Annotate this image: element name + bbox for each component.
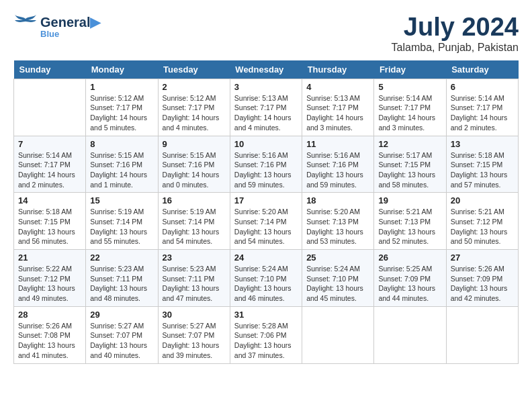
day-info: Sunrise: 5:12 AMSunset: 7:17 PMDaylight:… [90, 93, 153, 133]
day-info: Sunrise: 5:14 AMSunset: 7:17 PMDaylight:… [378, 93, 441, 133]
calendar-cell: 2Sunrise: 5:12 AMSunset: 7:17 PMDaylight… [158, 79, 230, 136]
calendar-cell: 7Sunrise: 5:14 AMSunset: 7:17 PMDaylight… [14, 136, 86, 193]
day-number: 4 [306, 82, 369, 92]
day-number: 5 [378, 82, 441, 92]
day-number: 25 [306, 253, 369, 263]
calendar-cell: 15Sunrise: 5:19 AMSunset: 7:14 PMDayligh… [86, 193, 158, 250]
calendar-cell: 19Sunrise: 5:21 AMSunset: 7:13 PMDayligh… [374, 193, 446, 250]
day-number: 13 [451, 139, 514, 149]
day-info: Sunrise: 5:26 AMSunset: 7:09 PMDaylight:… [451, 264, 514, 304]
day-number: 8 [90, 139, 153, 149]
calendar-cell: 8Sunrise: 5:15 AMSunset: 7:16 PMDaylight… [86, 136, 158, 193]
calendar-cell: 29Sunrise: 5:27 AMSunset: 7:07 PMDayligh… [86, 306, 158, 363]
day-number: 11 [306, 139, 369, 149]
day-info: Sunrise: 5:13 AMSunset: 7:17 PMDaylight:… [234, 93, 298, 133]
calendar-cell: 16Sunrise: 5:19 AMSunset: 7:14 PMDayligh… [158, 193, 230, 250]
day-info: Sunrise: 5:14 AMSunset: 7:17 PMDaylight:… [451, 93, 514, 133]
day-number: 3 [234, 82, 298, 92]
calendar-cell [14, 79, 86, 136]
day-info: Sunrise: 5:17 AMSunset: 7:15 PMDaylight:… [378, 150, 441, 190]
calendar-cell: 13Sunrise: 5:18 AMSunset: 7:15 PMDayligh… [446, 136, 518, 193]
day-number: 7 [18, 139, 81, 149]
day-number: 19 [378, 195, 441, 205]
column-header-saturday: Saturday [446, 60, 518, 79]
day-number: 20 [451, 195, 514, 205]
day-info: Sunrise: 5:19 AMSunset: 7:14 PMDaylight:… [163, 207, 226, 246]
day-number: 22 [90, 253, 153, 263]
calendar-header-row: SundayMondayTuesdayWednesdayThursdayFrid… [14, 60, 519, 79]
calendar-cell: 6Sunrise: 5:14 AMSunset: 7:17 PMDaylight… [446, 79, 518, 136]
column-header-tuesday: Tuesday [158, 60, 230, 79]
day-info: Sunrise: 5:12 AMSunset: 7:17 PMDaylight:… [163, 93, 226, 133]
calendar-cell: 3Sunrise: 5:13 AMSunset: 7:17 PMDaylight… [230, 79, 302, 136]
day-info: Sunrise: 5:19 AMSunset: 7:14 PMDaylight:… [90, 207, 153, 246]
calendar-week-row: 21Sunrise: 5:22 AMSunset: 7:12 PMDayligh… [14, 250, 519, 307]
calendar-cell: 4Sunrise: 5:13 AMSunset: 7:17 PMDaylight… [302, 79, 374, 136]
day-number: 17 [234, 195, 298, 205]
day-number: 30 [163, 310, 226, 320]
day-number: 18 [306, 195, 369, 205]
logo-text: General▶ [40, 15, 100, 29]
day-number: 26 [378, 253, 441, 263]
column-header-thursday: Thursday [302, 60, 374, 79]
day-number: 23 [163, 253, 226, 263]
day-number: 6 [451, 82, 514, 92]
calendar-cell: 25Sunrise: 5:24 AMSunset: 7:10 PMDayligh… [302, 250, 374, 307]
day-info: Sunrise: 5:27 AMSunset: 7:07 PMDaylight:… [90, 321, 153, 361]
day-info: Sunrise: 5:28 AMSunset: 7:06 PMDaylight:… [234, 321, 298, 361]
day-number: 28 [18, 310, 81, 320]
page-header: General▶ Blue July 2024 Talamba, Punjab,… [13, 13, 519, 54]
calendar-cell: 22Sunrise: 5:23 AMSunset: 7:11 PMDayligh… [86, 250, 158, 307]
day-info: Sunrise: 5:16 AMSunset: 7:16 PMDaylight:… [306, 150, 369, 190]
day-number: 16 [163, 195, 226, 205]
calendar-cell: 9Sunrise: 5:15 AMSunset: 7:16 PMDaylight… [158, 136, 230, 193]
day-number: 2 [163, 82, 226, 92]
calendar-cell: 14Sunrise: 5:18 AMSunset: 7:15 PMDayligh… [14, 193, 86, 250]
calendar-cell: 20Sunrise: 5:21 AMSunset: 7:12 PMDayligh… [446, 193, 518, 250]
calendar-cell [302, 306, 374, 363]
day-info: Sunrise: 5:26 AMSunset: 7:08 PMDaylight:… [18, 321, 81, 361]
day-info: Sunrise: 5:20 AMSunset: 7:13 PMDaylight:… [306, 207, 369, 246]
logo-icon [13, 13, 38, 38]
calendar-week-row: 14Sunrise: 5:18 AMSunset: 7:15 PMDayligh… [14, 193, 519, 250]
calendar-week-row: 7Sunrise: 5:14 AMSunset: 7:17 PMDaylight… [14, 136, 519, 193]
calendar-cell: 17Sunrise: 5:20 AMSunset: 7:14 PMDayligh… [230, 193, 302, 250]
month-title: July 2024 [392, 13, 519, 42]
day-info: Sunrise: 5:24 AMSunset: 7:10 PMDaylight:… [306, 264, 369, 304]
day-info: Sunrise: 5:22 AMSunset: 7:12 PMDaylight:… [18, 264, 81, 304]
calendar-cell: 1Sunrise: 5:12 AMSunset: 7:17 PMDaylight… [86, 79, 158, 136]
calendar-cell: 21Sunrise: 5:22 AMSunset: 7:12 PMDayligh… [14, 250, 86, 307]
calendar-table: SundayMondayTuesdayWednesdayThursdayFrid… [13, 60, 519, 364]
day-info: Sunrise: 5:18 AMSunset: 7:15 PMDaylight:… [451, 150, 514, 190]
day-info: Sunrise: 5:23 AMSunset: 7:11 PMDaylight:… [90, 264, 153, 304]
day-number: 14 [18, 195, 81, 205]
calendar-cell: 30Sunrise: 5:27 AMSunset: 7:07 PMDayligh… [158, 306, 230, 363]
logo-blue-text: Blue [40, 29, 100, 39]
day-number: 31 [234, 310, 298, 320]
calendar-cell: 11Sunrise: 5:16 AMSunset: 7:16 PMDayligh… [302, 136, 374, 193]
column-header-wednesday: Wednesday [230, 60, 302, 79]
calendar-week-row: 28Sunrise: 5:26 AMSunset: 7:08 PMDayligh… [14, 306, 519, 363]
calendar-cell [374, 306, 446, 363]
title-block: July 2024 Talamba, Punjab, Pakistan [392, 13, 519, 54]
day-number: 9 [163, 139, 226, 149]
day-number: 27 [451, 253, 514, 263]
column-header-sunday: Sunday [14, 60, 86, 79]
day-number: 29 [90, 310, 153, 320]
day-info: Sunrise: 5:25 AMSunset: 7:09 PMDaylight:… [378, 264, 441, 304]
calendar-cell: 28Sunrise: 5:26 AMSunset: 7:08 PMDayligh… [14, 306, 86, 363]
day-info: Sunrise: 5:24 AMSunset: 7:10 PMDaylight:… [234, 264, 298, 304]
column-header-friday: Friday [374, 60, 446, 79]
day-info: Sunrise: 5:21 AMSunset: 7:12 PMDaylight:… [451, 207, 514, 246]
day-info: Sunrise: 5:13 AMSunset: 7:17 PMDaylight:… [306, 93, 369, 133]
day-info: Sunrise: 5:14 AMSunset: 7:17 PMDaylight:… [18, 150, 81, 190]
location: Talamba, Punjab, Pakistan [392, 42, 519, 54]
logo: General▶ Blue [13, 13, 100, 40]
day-info: Sunrise: 5:15 AMSunset: 7:16 PMDaylight:… [90, 150, 153, 190]
day-info: Sunrise: 5:15 AMSunset: 7:16 PMDaylight:… [163, 150, 226, 190]
day-number: 21 [18, 253, 81, 263]
day-info: Sunrise: 5:23 AMSunset: 7:11 PMDaylight:… [163, 264, 226, 304]
calendar-cell: 26Sunrise: 5:25 AMSunset: 7:09 PMDayligh… [374, 250, 446, 307]
calendar-cell: 23Sunrise: 5:23 AMSunset: 7:11 PMDayligh… [158, 250, 230, 307]
day-number: 24 [234, 253, 298, 263]
